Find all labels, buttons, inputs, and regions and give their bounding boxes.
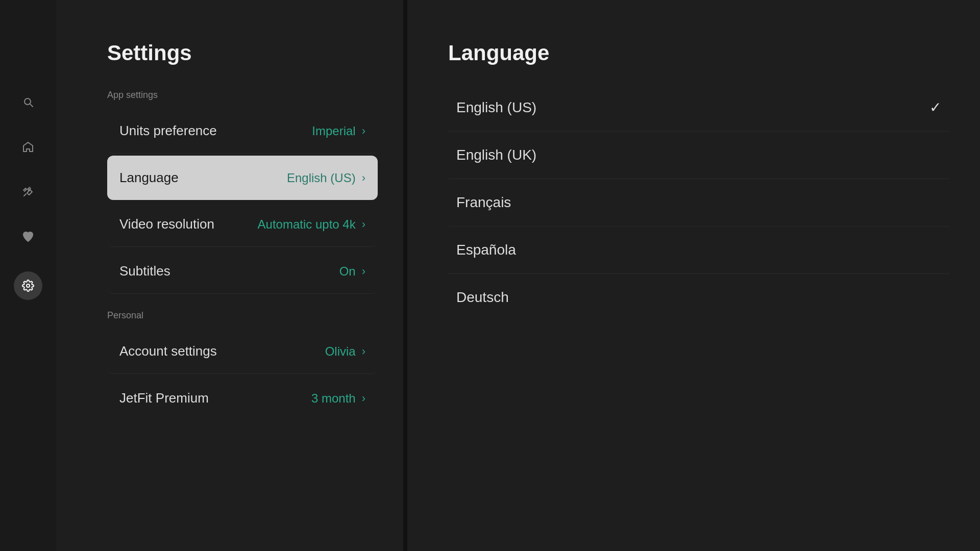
settings-panel: Settings App settings Units preference I… xyxy=(56,0,403,551)
units-preference-item[interactable]: Units preference Imperial › xyxy=(107,109,378,154)
premium-chevron-icon: › xyxy=(362,392,365,405)
language-option-francais[interactable]: Français xyxy=(448,179,949,227)
account-settings-right: Olivia › xyxy=(325,344,365,359)
language-option-english-us[interactable]: English (US) ✓ xyxy=(448,84,949,132)
language-option-francais-label: Français xyxy=(456,194,511,211)
personal-section: Personal Account settings Olivia › JetFi… xyxy=(107,310,378,420)
subtitles-chevron-icon: › xyxy=(362,265,365,278)
language-option-english-uk-label: English (UK) xyxy=(456,147,536,163)
settings-title: Settings xyxy=(107,41,378,65)
subtitles-label: Subtitles xyxy=(119,263,170,279)
language-option-deutsch-label: Deutsch xyxy=(456,289,509,306)
account-settings-value: Olivia xyxy=(325,344,356,359)
video-resolution-right: Automatic upto 4k › xyxy=(258,217,365,232)
language-option-english-uk[interactable]: English (UK) xyxy=(448,132,949,179)
units-preference-label: Units preference xyxy=(119,123,217,139)
panel-divider xyxy=(403,0,407,551)
language-chevron-icon: › xyxy=(362,171,365,185)
language-right: English (US) › xyxy=(287,171,365,185)
units-chevron-icon: › xyxy=(362,124,365,138)
tools-icon[interactable] xyxy=(18,182,38,202)
language-option-espanola[interactable]: Española xyxy=(448,227,949,274)
premium-label: JetFit Premium xyxy=(119,390,209,406)
search-icon[interactable] xyxy=(18,92,38,112)
svg-point-0 xyxy=(27,284,30,287)
video-resolution-label: Video resolution xyxy=(119,216,214,232)
personal-label: Personal xyxy=(107,310,378,321)
account-settings-label: Account settings xyxy=(119,343,217,359)
language-item[interactable]: Language English (US) › xyxy=(107,156,378,200)
favorites-icon[interactable] xyxy=(18,227,38,247)
video-chevron-icon: › xyxy=(362,218,365,231)
language-panel: Language English (US) ✓ English (UK) Fra… xyxy=(407,0,980,551)
language-option-deutsch[interactable]: Deutsch xyxy=(448,274,949,321)
units-preference-value: Imperial xyxy=(312,124,355,138)
language-panel-title: Language xyxy=(448,41,949,65)
language-option-english-us-label: English (US) xyxy=(456,99,536,116)
language-label: Language xyxy=(119,170,179,186)
subtitles-value: On xyxy=(339,264,356,279)
account-chevron-icon: › xyxy=(362,345,365,358)
video-resolution-value: Automatic upto 4k xyxy=(258,217,356,232)
units-preference-right: Imperial › xyxy=(312,124,365,138)
subtitles-right: On › xyxy=(339,264,365,279)
video-resolution-item[interactable]: Video resolution Automatic upto 4k › xyxy=(107,202,378,247)
language-options-list: English (US) ✓ English (UK) Français Esp… xyxy=(448,84,949,321)
selected-checkmark-icon: ✓ xyxy=(929,99,941,116)
language-option-espanola-label: Española xyxy=(456,242,516,258)
app-settings-label: App settings xyxy=(107,90,378,101)
account-settings-item[interactable]: Account settings Olivia › xyxy=(107,329,378,374)
premium-value: 3 month xyxy=(311,391,356,406)
subtitles-item[interactable]: Subtitles On › xyxy=(107,249,378,294)
language-value: English (US) xyxy=(287,171,356,185)
home-icon[interactable] xyxy=(18,137,38,157)
premium-right: 3 month › xyxy=(311,391,365,406)
sidebar xyxy=(0,0,56,551)
premium-item[interactable]: JetFit Premium 3 month › xyxy=(107,376,378,420)
settings-icon[interactable] xyxy=(14,271,42,300)
